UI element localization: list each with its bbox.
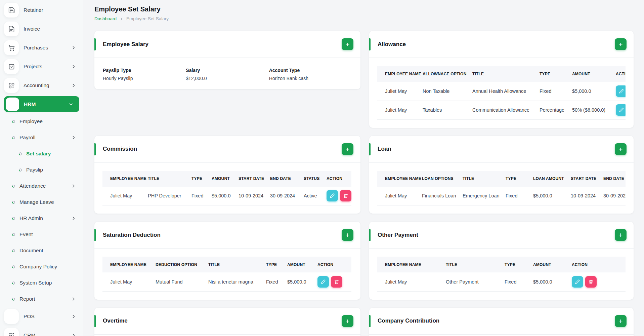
breadcrumb: Dashboard Employee Set Salary (94, 16, 634, 21)
sidebar-item-report[interactable]: Report (0, 291, 83, 307)
add-company-contribution-button[interactable]: + (615, 315, 627, 327)
cell-amount: $5,000.0 (208, 187, 235, 206)
sidebar-item-set-salary[interactable]: Set salary (0, 146, 83, 162)
delete-button[interactable] (331, 276, 342, 288)
table-row: Juliet May Taxables Communication Allowa… (377, 101, 626, 119)
column-header: END DATE (600, 171, 626, 187)
bullet-icon (11, 281, 16, 285)
sidebar-item-company-policy[interactable]: Company Policy (0, 259, 83, 275)
trash-icon (343, 193, 348, 198)
sidebar-item-hr-admin[interactable]: HR Admin (0, 210, 83, 226)
sidebar-item-pos[interactable]: POS (0, 307, 83, 326)
bullet-icon (18, 152, 23, 156)
sidebar-item-projects[interactable]: Projects (0, 57, 83, 76)
sidebar-item-event[interactable]: Event (0, 226, 83, 242)
card-header: Overtime + (94, 308, 360, 335)
column-header: START DATE (235, 171, 267, 187)
sidebar-item-manage-leave[interactable]: Manage Leave (0, 194, 83, 210)
add-employee-salary-button[interactable]: + (342, 38, 353, 50)
chevron-right-icon (71, 83, 76, 88)
edit-button[interactable] (572, 276, 583, 288)
edit-button[interactable] (616, 85, 626, 97)
table-row: Juliet May Other Payment Fixed $5,000.0 (377, 272, 626, 291)
allowance-table-wrap: EMPLOYEE NAME ALLOWNACE OPTION TITLE TYP… (377, 66, 626, 120)
bullet-icon (18, 168, 23, 172)
sidebar-label: Manage Leave (19, 199, 54, 205)
column-header: ACTION (568, 257, 626, 272)
sidebar-item-payroll[interactable]: Payroll (0, 129, 83, 146)
column-header: ACTION (323, 171, 351, 187)
edit-button[interactable] (317, 276, 329, 288)
card-header: Company Contribution + (369, 308, 634, 335)
card-header: Loan + (369, 136, 634, 163)
column-header: ALLOWNACE OPTION (419, 66, 469, 82)
sidebar-label: Company Policy (19, 264, 57, 270)
sidebar-item-system-setup[interactable]: System Setup (0, 275, 83, 291)
pencil-icon (575, 279, 580, 285)
sidebar-item-employee[interactable]: Employee (0, 113, 83, 129)
add-saturation-deduction-button[interactable]: + (342, 229, 353, 241)
sidebar-item-retainer[interactable]: Retainer (0, 1, 83, 20)
table-header-row: EMPLOYEE NAME LOAN OPTIONS TITLE TYPE LO… (377, 171, 626, 187)
sidebar-item-payslip[interactable]: Payslip (0, 162, 83, 178)
chevron-right-icon (71, 184, 76, 188)
loan-table: EMPLOYEE NAME LOAN OPTIONS TITLE TYPE LO… (377, 171, 626, 206)
delete-button[interactable] (340, 190, 351, 201)
edit-button[interactable] (616, 104, 626, 116)
column-header: TYPE (188, 171, 208, 187)
sidebar-item-attendance[interactable]: Attendance (0, 178, 83, 194)
table-row: Juliet May Mutual Fund Nisi a tenetur ma… (102, 272, 351, 291)
chevron-right-icon (71, 216, 76, 221)
table-row: Juliet May Non Taxable Annual Health All… (377, 82, 626, 101)
chevron-right-icon (71, 314, 76, 319)
column-header: AMOUNT (530, 257, 568, 272)
breadcrumb-dashboard-link[interactable]: Dashboard (94, 16, 117, 21)
other-payment-table-wrap: EMPLOYEE NAME TITLE TYPE AMOUNT ACTION J… (377, 257, 626, 292)
card-title: Employee Salary (103, 41, 148, 48)
sidebar-item-document[interactable]: Document (0, 242, 83, 259)
sidebar-item-invoice[interactable]: Invoice (0, 20, 83, 38)
chevron-right-icon (71, 297, 76, 301)
chevron-right-icon (71, 135, 76, 140)
add-other-payment-button[interactable]: + (615, 229, 627, 241)
cell-employee-name: Juliet May (102, 272, 152, 291)
column-header: EMPLOYEE NAME (377, 171, 419, 187)
bullet-icon (11, 265, 16, 269)
field-value: $12,000.0 (186, 76, 269, 81)
add-overtime-button[interactable]: + (342, 315, 353, 327)
cell-title: Other Payment (442, 272, 501, 291)
sidebar-item-accounting[interactable]: Accounting (0, 76, 83, 95)
add-commission-button[interactable]: + (342, 143, 353, 155)
table-header-row: EMPLOYEE NAME ALLOWNACE OPTION TITLE TYP… (377, 66, 626, 82)
column-header: EMPLOYEE NAME (377, 66, 419, 82)
bullet-icon (11, 119, 16, 124)
sidebar-item-crm[interactable]: CRM (0, 326, 83, 336)
cell-employee-name: Juliet May (377, 82, 419, 101)
trash-icon (334, 279, 339, 285)
cell-employee-name: Juliet May (102, 187, 144, 206)
field-value: Hourly Payslip (103, 76, 186, 81)
cell-employee-name: Juliet May (377, 187, 419, 206)
sidebar-item-hrm[interactable]: HRM (4, 96, 79, 112)
sidebar: Retainer Invoice Purchases Projects Acco… (0, 0, 83, 336)
pencil-icon (619, 107, 624, 113)
commission-table: EMPLOYEE NAME TITLE TYPE AMOUNT START DA… (102, 171, 351, 206)
loan-card: Loan + EMPLOYEE NAME LOAN OPTIONS TITLE … (369, 136, 634, 214)
card-header: Allowance + (369, 31, 634, 58)
sidebar-label: Retainer (24, 7, 43, 13)
card-title: Commission (103, 146, 137, 152)
cell-actions (314, 272, 351, 291)
sidebar-item-purchases[interactable]: Purchases (0, 38, 83, 57)
add-loan-button[interactable]: + (615, 143, 627, 155)
cell-type: Fixed (188, 187, 208, 206)
delete-button[interactable] (585, 276, 597, 288)
column-header: TITLE (205, 257, 263, 272)
card-header: Saturation Deduction + (94, 222, 360, 249)
bullet-icon (11, 232, 16, 237)
hrm-people-icon (6, 98, 19, 111)
edit-button[interactable] (327, 190, 338, 201)
add-allowance-button[interactable]: + (615, 38, 627, 50)
table-header-row: EMPLOYEE NAME DEDUCTION OPTION TITLE TYP… (102, 257, 351, 272)
employee-salary-card: Employee Salary + Payslip Type Hourly Pa… (94, 31, 360, 89)
saturation-deduction-card: Saturation Deduction + EMPLOYEE NAME DED… (94, 222, 360, 300)
